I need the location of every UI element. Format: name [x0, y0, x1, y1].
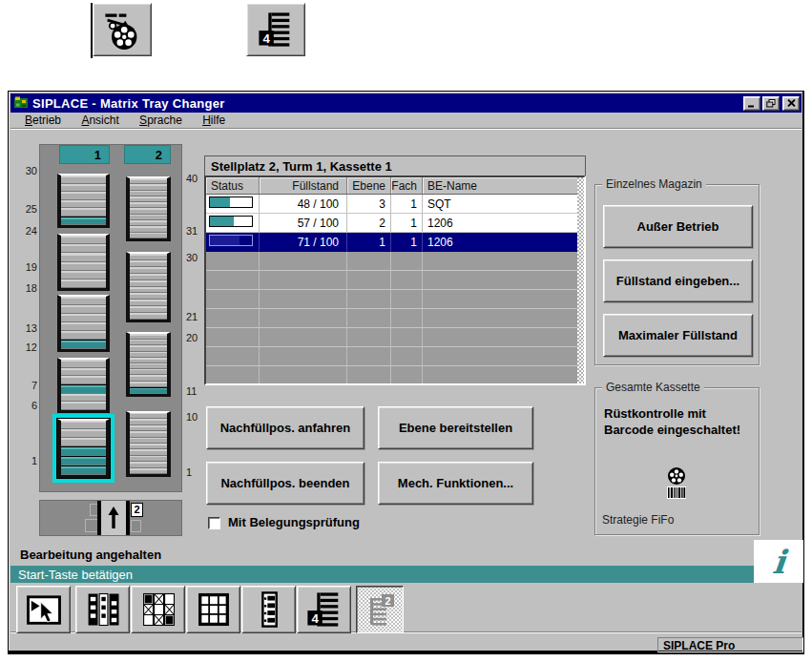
table-row-empty[interactable]: [206, 309, 584, 328]
toolbar-pointer-select-button[interactable]: [16, 586, 71, 633]
table-row-empty[interactable]: [206, 290, 584, 309]
tray-panel: 1 2: [39, 144, 182, 492]
toolbar-matrix-grid-button[interactable]: [186, 586, 240, 633]
tray-slot: [61, 208, 106, 217]
table-cell: [347, 366, 391, 385]
out-of-service-button[interactable]: Außer Betrieb: [603, 205, 753, 248]
menu-ansicht[interactable]: Ansicht: [81, 114, 118, 127]
single-magazine-group: Einzelnes Magazin Außer Betrieb Füllstan…: [594, 184, 760, 365]
toolbar-feeder-bank-crossed-button[interactable]: [131, 586, 185, 633]
table-scrollbar[interactable]: [577, 177, 584, 383]
table-cell: [423, 347, 578, 366]
table-caption: Stellplatz 2, Turm 1, Kassette 1: [204, 155, 586, 176]
col-fuellstand[interactable]: Füllstand: [260, 177, 347, 194]
tray-slot: [61, 394, 106, 403]
menu-betrieb[interactable]: Betrieb: [25, 114, 61, 127]
tray-slot: [61, 176, 106, 184]
close-button[interactable]: [782, 96, 800, 111]
table-cell: 1: [347, 233, 391, 252]
up-arrow-icon: [108, 507, 119, 529]
toolbar-tape-feeder-button[interactable]: [241, 586, 296, 633]
level-provide-button[interactable]: Ebene bereitstellen: [378, 406, 533, 449]
table-row-empty[interactable]: [206, 271, 584, 290]
menu-sprache[interactable]: Sprache: [139, 114, 182, 127]
tray-slot: [61, 253, 106, 261]
title-bar[interactable]: SIPLACE - Matrix Tray Changer: [10, 93, 802, 113]
magazine[interactable]: [126, 332, 171, 397]
mech-functions-button[interactable]: Mech. Funktionen...: [378, 462, 533, 505]
tape-feeder-icon: [248, 589, 290, 631]
max-fill-level-button[interactable]: Maximaler Füllstand: [603, 314, 753, 357]
magazine[interactable]: [57, 234, 110, 291]
level-number: 1: [14, 455, 37, 466]
whole-cassette-title: Gesamte Kassette: [602, 381, 704, 394]
col-fach[interactable]: Fach: [391, 177, 423, 194]
col-status[interactable]: Status: [206, 177, 260, 194]
enter-fill-level-button[interactable]: Füllstand eingeben...: [603, 259, 753, 302]
magazine[interactable]: [126, 252, 171, 322]
tray-slot: [61, 271, 106, 279]
desktop-button-reel-feeder[interactable]: [93, 3, 152, 56]
toolbar-matrix-tray-4-button[interactable]: 4: [297, 586, 351, 633]
level-number: 30: [14, 165, 37, 176]
table-cell: [260, 347, 347, 366]
table-cell: [347, 328, 391, 347]
occupancy-check-checkbox[interactable]: [208, 517, 220, 529]
toolbar-matrix-tray-2-button[interactable]: 2: [356, 586, 404, 633]
fill-level-bar-fill: [210, 236, 239, 245]
table-cell: 2: [347, 214, 391, 233]
matrix-tray-2-icon: 2: [361, 590, 399, 629]
col-be-name[interactable]: BE-Name: [423, 177, 578, 194]
tray-slot: [61, 192, 106, 200]
tray-slot: [130, 387, 167, 394]
fill-level-bar-fill: [210, 217, 234, 226]
desktop: 4 SIPLACE - Matrix Tray Changer: [0, 0, 812, 662]
table-cell: [206, 290, 260, 309]
table-cell: [391, 252, 423, 271]
level-number: 6: [14, 400, 37, 411]
table-cell: [206, 271, 260, 290]
fill-level-bar: [209, 197, 253, 208]
toolbar-feeder-bank-button[interactable]: [75, 586, 130, 633]
magazine[interactable]: [57, 358, 110, 413]
magazine-selected[interactable]: [57, 419, 110, 478]
table-row-empty[interactable]: [206, 328, 584, 347]
menu-hilfe[interactable]: Hilfe: [202, 114, 225, 127]
magazine[interactable]: [57, 174, 110, 228]
table-row-empty[interactable]: [206, 347, 584, 366]
refill-end-button[interactable]: Nachfüllpos. beenden: [206, 462, 364, 505]
tray-slot: [61, 200, 106, 209]
minimize-button[interactable]: [743, 96, 760, 111]
tray-slot: [130, 280, 167, 287]
table-cell: [391, 290, 423, 309]
magazine[interactable]: [57, 295, 110, 352]
table-row-empty[interactable]: [206, 366, 584, 385]
table-cell: 1: [391, 214, 423, 233]
fill-level-bar: [209, 216, 253, 227]
lift-carriage: [101, 501, 126, 535]
product-statusbar: SIPLACE Pro: [657, 637, 803, 652]
info-logo-box: i: [754, 540, 803, 583]
magazine[interactable]: [126, 411, 171, 477]
tray-slot: [130, 313, 167, 320]
table-row-empty[interactable]: [206, 252, 584, 271]
table-cell: 57 / 100: [260, 214, 347, 233]
desktop-button-matrix-tray-4[interactable]: 4: [246, 3, 305, 56]
tray-slot: [61, 297, 106, 305]
table-cell: 1: [391, 195, 423, 214]
table-row[interactable]: 48 / 10031SQT: [206, 195, 584, 214]
table-row-selected[interactable]: 71 / 100111206: [206, 233, 584, 252]
magazine[interactable]: [126, 176, 171, 241]
table-cell: [391, 328, 423, 347]
table-cell: 1: [391, 233, 423, 252]
refill-approach-button[interactable]: Nachfüllpos. anfahren: [206, 406, 364, 449]
status-message: Bearbeitung angehalten: [20, 548, 161, 562]
table-row[interactable]: 57 / 100211206: [206, 214, 584, 233]
restore-button[interactable]: [762, 96, 780, 111]
tray-slot: [130, 274, 167, 280]
tray-slot: [61, 244, 106, 253]
tray-slot: [61, 456, 106, 465]
tray-slot: [61, 429, 106, 438]
col-ebene[interactable]: Ebene: [347, 177, 391, 194]
table-cell: [391, 366, 423, 385]
